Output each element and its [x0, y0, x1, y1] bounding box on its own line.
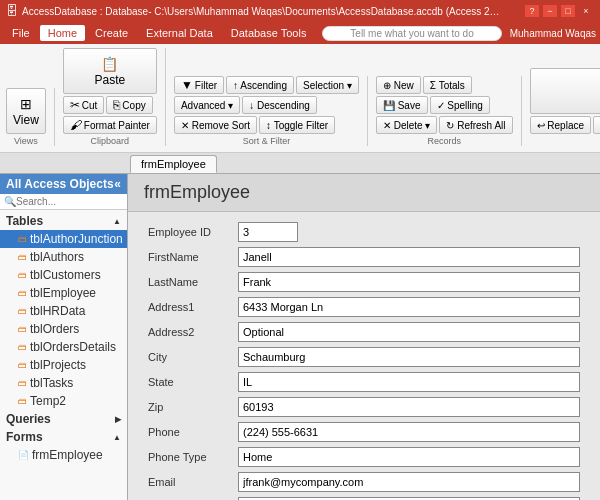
table-icon-author-junction: 🗃 [18, 234, 27, 244]
field-employee-id[interactable] [238, 222, 298, 242]
sidebar-item-label-orders: tblOrders [30, 322, 79, 336]
sidebar-item-label-customers: tblCustomers [30, 268, 101, 282]
records-row2: 💾 Save ✓ Spelling [376, 96, 513, 114]
filter-button[interactable]: ▼ Filter [174, 76, 224, 94]
tab-frm-employee[interactable]: frmEmployee [130, 155, 217, 173]
field-firstname[interactable] [238, 247, 580, 267]
sidebar-item-frm-employee[interactable]: 📄 frmEmployee [0, 446, 127, 464]
filter-icon: ▼ [181, 78, 193, 92]
totals-button[interactable]: Σ Totals [423, 76, 472, 94]
form-row-phone-type: Phone Type [148, 447, 580, 467]
paste-button[interactable]: 📋 Paste [63, 48, 157, 94]
sidebar-search-input[interactable] [16, 196, 123, 207]
app-icon: 🗄 [6, 4, 18, 18]
label-city: City [148, 351, 238, 363]
clipboard-label: Clipboard [63, 136, 157, 146]
label-email: Email [148, 476, 238, 488]
form-row-city: City [148, 347, 580, 367]
refresh-button[interactable]: ↻ Refresh All [439, 116, 512, 134]
field-city[interactable] [238, 347, 580, 367]
menu-external-data[interactable]: External Data [138, 25, 221, 41]
menu-file[interactable]: File [4, 25, 38, 41]
sidebar-item-hrdata[interactable]: 🗃 tblHRData [0, 302, 127, 320]
menu-home[interactable]: Home [40, 25, 85, 41]
minimize-button[interactable]: − [542, 4, 558, 18]
label-zip: Zip [148, 401, 238, 413]
save-button[interactable]: 💾 Save [376, 96, 428, 114]
advanced-button[interactable]: Advanced ▾ [174, 96, 240, 114]
sidebar-item-temp2[interactable]: 🗃 Temp2 [0, 392, 127, 410]
forms-collapse[interactable]: ▲ [113, 433, 121, 442]
field-state[interactable] [238, 372, 580, 392]
sidebar-item-author-junction[interactable]: 🗃 tblAuthorJunction [0, 230, 127, 248]
selection-button[interactable]: Selection ▾ [296, 76, 359, 94]
sidebar-item-authors[interactable]: 🗃 tblAuthors [0, 248, 127, 266]
view-label: View [13, 113, 39, 127]
field-address2[interactable] [238, 322, 580, 342]
sidebar-item-tasks[interactable]: 🗃 tblTasks [0, 374, 127, 392]
cut-icon: ✂ [70, 98, 80, 112]
toggle-filter-button[interactable]: ↕ Toggle Filter [259, 116, 335, 134]
help-button[interactable]: ? [524, 4, 540, 18]
field-lastname[interactable] [238, 272, 580, 292]
queries-section: Queries ▶ [0, 410, 127, 428]
table-icon-projects: 🗃 [18, 360, 27, 370]
table-icon-orders: 🗃 [18, 324, 27, 334]
label-phone-type: Phone Type [148, 451, 238, 463]
descending-button[interactable]: ↓ Descending [242, 96, 317, 114]
field-email[interactable] [238, 472, 580, 492]
sidebar-item-label-projects: tblProjects [30, 358, 86, 372]
table-icon-orders-details: 🗃 [18, 342, 27, 352]
find-button[interactable]: 🔍 Find [530, 68, 600, 114]
queries-collapse[interactable]: ▶ [115, 415, 121, 424]
field-zip[interactable] [238, 397, 580, 417]
sidebar-header: All Access Objects « [0, 174, 127, 194]
menu-database-tools[interactable]: Database Tools [223, 25, 315, 41]
username-label: Muhammad Waqas [510, 28, 596, 39]
forms-label: Forms [6, 430, 43, 444]
sidebar-item-label-orders-details: tblOrdersDetails [30, 340, 116, 354]
label-address2: Address2 [148, 326, 238, 338]
tables-label: Tables [6, 214, 43, 228]
view-button[interactable]: ⊞ View [6, 88, 46, 134]
ribbon-group-records: ⊕ New Σ Totals 💾 Save ✓ Spelling ✕ Delet… [376, 76, 522, 146]
tables-collapse[interactable]: ▲ [113, 217, 121, 226]
ribbon-group-sort-filter: ▼ Filter ↑ Ascending Selection ▾ Advance… [174, 76, 368, 146]
cut-button[interactable]: ✂ Cut [63, 96, 105, 114]
sidebar-item-employee[interactable]: 🗃 tblEmployee [0, 284, 127, 302]
field-phone[interactable] [238, 422, 580, 442]
ascending-button[interactable]: ↑ Ascending [226, 76, 294, 94]
search-box[interactable]: Tell me what you want to do [322, 26, 502, 41]
remove-sort-button[interactable]: ✕ Remove Sort [174, 116, 257, 134]
form-area: frmEmployee Employee ID FirstName LastNa… [128, 174, 600, 500]
close-button[interactable]: × [578, 4, 594, 18]
goto-button[interactable]: → Go To ▾ [593, 116, 600, 134]
maximize-button[interactable]: □ [560, 4, 576, 18]
ribbon: ⊞ View Views 📋 Paste ✂ Cut ⎘ Copy 🖌 Form… [0, 44, 600, 153]
sidebar-item-label-employee: tblEmployee [30, 286, 96, 300]
main-area: All Access Objects « 🔍 Tables ▲ 🗃 tblAut… [0, 174, 600, 500]
form-row-email: Email [148, 472, 580, 492]
ribbon-group-views: ⊞ View Views [6, 88, 55, 146]
field-address1[interactable] [238, 297, 580, 317]
field-phone-type[interactable] [238, 447, 580, 467]
label-address1: Address1 [148, 301, 238, 313]
replace-button[interactable]: ↩ Replace [530, 116, 591, 134]
sidebar-item-label-frm-employee: frmEmployee [32, 448, 103, 462]
spelling-button[interactable]: ✓ Spelling [430, 96, 490, 114]
sidebar-item-orders-details[interactable]: 🗃 tblOrdersDetails [0, 338, 127, 356]
table-icon-tasks: 🗃 [18, 378, 27, 388]
copy-button[interactable]: ⎘ Copy [106, 96, 152, 114]
sidebar-item-customers[interactable]: 🗃 tblCustomers [0, 266, 127, 284]
sidebar-item-projects[interactable]: 🗃 tblProjects [0, 356, 127, 374]
clipboard-row2: 🖌 Format Painter [63, 116, 157, 134]
new-button[interactable]: ⊕ New [376, 76, 421, 94]
sidebar-collapse-icon[interactable]: « [114, 177, 121, 191]
tables-section: Tables ▲ [0, 212, 127, 230]
paste-icon: 📋 [101, 56, 118, 72]
sidebar-search-box[interactable]: 🔍 [0, 194, 127, 210]
sidebar-item-orders[interactable]: 🗃 tblOrders [0, 320, 127, 338]
delete-button[interactable]: ✕ Delete ▾ [376, 116, 437, 134]
menu-create[interactable]: Create [87, 25, 136, 41]
format-painter-button[interactable]: 🖌 Format Painter [63, 116, 157, 134]
